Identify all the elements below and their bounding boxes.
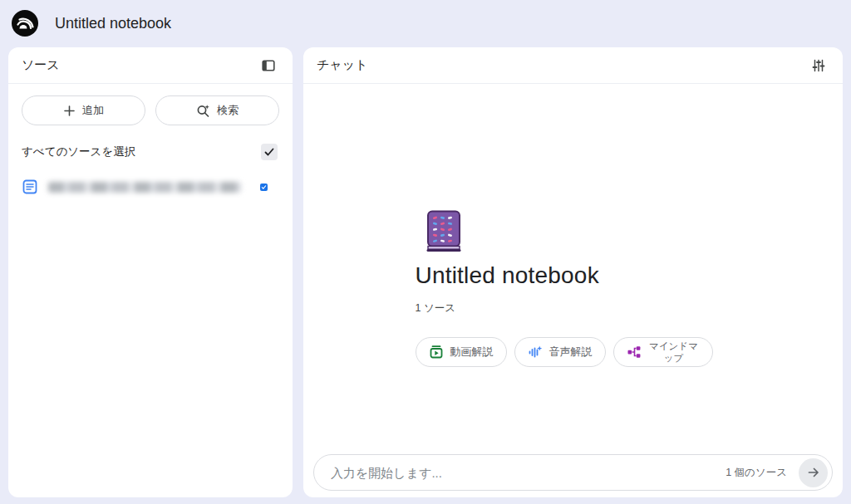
search-sparkle-icon	[196, 104, 210, 118]
chat-input-bar: 1 個のソース	[313, 454, 833, 491]
discover-sources-label: 検索	[217, 103, 239, 118]
audio-overview-icon	[528, 345, 543, 360]
sources-panel-title: ソース	[22, 57, 60, 73]
add-source-label: 追加	[82, 103, 104, 118]
chat-settings-button[interactable]	[808, 55, 829, 76]
chat-panel-title: チャット	[317, 57, 367, 73]
chat-empty-state: Untitled notebook 1 ソース 動画解説 音	[416, 210, 731, 367]
mind-map-label: マインドマップ	[648, 340, 700, 365]
video-overview-label: 動画解説	[450, 345, 494, 360]
sources-panel: ソース 追加	[8, 47, 293, 497]
audio-overview-button[interactable]: 音声解説	[514, 337, 606, 367]
chat-panel-header: チャット	[303, 47, 843, 84]
notebook-emoji-icon	[424, 210, 464, 252]
select-all-label: すべてのソースを選択	[22, 144, 135, 159]
notebook-title[interactable]: Untitled notebook	[55, 15, 171, 32]
add-source-button[interactable]: 追加	[22, 95, 145, 125]
source-checkbox[interactable]	[260, 183, 268, 191]
sources-panel-body: 追加 検索 すべてのソースを選択	[8, 84, 293, 202]
send-button[interactable]	[799, 458, 828, 487]
source-list-item[interactable]	[22, 172, 279, 202]
mind-map-button[interactable]: マインドマップ	[613, 337, 713, 367]
checkmark-icon	[263, 146, 275, 158]
discover-sources-button[interactable]: 検索	[155, 95, 279, 125]
main-layout: ソース 追加	[0, 46, 851, 504]
mind-map-icon	[627, 345, 642, 360]
chat-source-count: 1 ソース	[416, 301, 731, 316]
chat-panel: チャット	[303, 47, 843, 497]
video-overview-button[interactable]: 動画解説	[416, 337, 507, 367]
video-overview-icon	[429, 345, 444, 360]
document-source-icon	[22, 179, 38, 195]
chat-action-buttons: 動画解説 音声解説 マインドマップ	[416, 337, 731, 367]
source-actions-row: 追加 検索	[22, 95, 279, 125]
audio-overview-label: 音声解説	[549, 345, 593, 360]
checkmark-icon	[261, 184, 267, 190]
chat-notebook-title: Untitled notebook	[416, 262, 731, 289]
collapse-panel-icon	[261, 58, 276, 73]
select-all-checkbox[interactable]	[261, 144, 278, 160]
top-bar: Untitled notebook	[0, 0, 851, 46]
input-source-count: 1 個のソース	[726, 466, 787, 480]
plus-icon	[63, 105, 76, 117]
tune-sliders-icon	[811, 58, 826, 73]
arrow-right-icon	[806, 465, 821, 480]
notebooklm-logo-icon[interactable]	[12, 10, 38, 37]
source-title-blurred	[48, 182, 241, 193]
sources-panel-header: ソース	[8, 47, 293, 84]
collapse-panel-button[interactable]	[258, 55, 279, 76]
select-all-row: すべてのソースを選択	[22, 144, 279, 160]
chat-input[interactable]	[331, 466, 726, 480]
